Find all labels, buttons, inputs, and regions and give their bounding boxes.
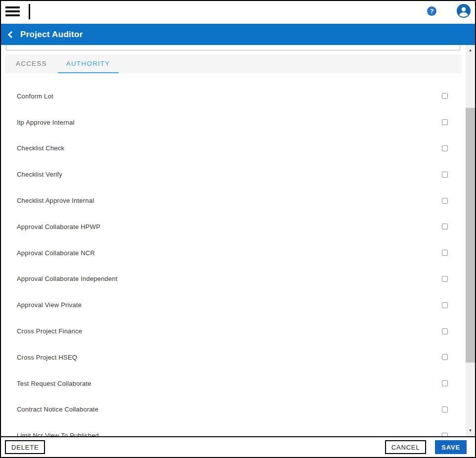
help-icon[interactable]: ? [427, 6, 436, 16]
authority-row: Cross Project HSEQ [1, 344, 462, 370]
authority-checkbox[interactable] [442, 276, 448, 282]
authority-row: Approval View Private [1, 292, 462, 318]
authority-item-label: Approval Collaborate NCR [17, 249, 442, 257]
authority-row: Cross Project Finance [1, 318, 462, 344]
authority-item-label: Checklist Check [17, 144, 442, 152]
authority-item-label: Conform Lot [17, 92, 442, 100]
content-area: ACCESS AUTHORITY Conform Lot Itp Approve… [1, 45, 475, 436]
back-chevron-icon[interactable] [8, 31, 15, 38]
hamburger-bar [5, 14, 20, 16]
hamburger-menu-icon[interactable] [5, 6, 20, 17]
tab-authority[interactable]: AUTHORITY [58, 54, 119, 73]
page-header: Project Auditor [1, 24, 475, 45]
authority-item-label: Itp Approve Internal [17, 119, 442, 126]
authority-item-label: Approval Collaborate HPWP [17, 223, 442, 230]
authority-row: Contract Notice Collaborate [1, 397, 462, 423]
cancel-button[interactable]: CANCEL [385, 440, 427, 454]
authority-item-label: Contract Notice Collaborate [17, 406, 442, 413]
authority-checkbox[interactable] [442, 145, 448, 151]
authority-item-label: Checklist Approve Internal [17, 197, 442, 204]
authority-checkbox[interactable] [442, 407, 448, 412]
authority-checkbox[interactable] [442, 354, 448, 360]
authority-row: Test Request Collaborate [1, 370, 462, 397]
authority-row: Approval Collaborate HPWP [1, 214, 462, 240]
authority-checkbox[interactable] [442, 93, 448, 99]
authority-row: Approval Collaborate Independent [1, 266, 462, 292]
authority-item-label: Cross Project HSEQ [17, 354, 442, 361]
delete-button[interactable]: DELETE [5, 440, 45, 454]
authority-row: Conform Lot [1, 83, 462, 109]
authority-item-label: Approval Collaborate Independent [17, 275, 442, 282]
scrollbar-thumb[interactable] [466, 108, 475, 363]
authority-checkbox[interactable] [442, 380, 448, 386]
authority-row: Checklist Verify [1, 161, 462, 187]
hamburger-bar [5, 6, 20, 8]
tab-access[interactable]: ACCESS [7, 54, 55, 73]
authority-checkbox[interactable] [442, 172, 448, 178]
authority-row: Limit Ncr View To Published [1, 422, 462, 436]
user-account-icon[interactable] [457, 4, 471, 18]
authority-checkbox[interactable] [442, 433, 448, 436]
footer-bar: DELETE CANCEL SAVE [1, 436, 475, 457]
authority-checkbox[interactable] [442, 198, 448, 204]
user-account-glyph [457, 4, 471, 18]
authority-item-label: Checklist Verify [17, 171, 442, 178]
authority-row: Itp Approve Internal [1, 109, 462, 136]
top-bar: ? [1, 1, 475, 24]
app-window: ? Project Auditor ACCESS AUTHORITY Confo… [0, 0, 476, 458]
authority-item-label: Approval View Private [17, 301, 442, 309]
authority-row: Checklist Check [1, 136, 462, 162]
page-title: Project Auditor [20, 30, 83, 40]
authority-row: Approval Collaborate NCR [1, 240, 462, 266]
authority-checkbox[interactable] [442, 302, 448, 308]
save-button[interactable]: SAVE [435, 440, 467, 454]
vertical-scrollbar[interactable]: ▲ ▼ [466, 45, 475, 436]
authority-list: Conform Lot Itp Approve Internal Checkli… [1, 83, 462, 436]
authority-checkbox[interactable] [442, 250, 448, 256]
tab-bar: ACCESS AUTHORITY [5, 54, 462, 73]
authority-checkbox[interactable] [442, 328, 448, 334]
authority-checkbox[interactable] [442, 224, 448, 229]
scroll-up-icon[interactable]: ▲ [466, 46, 475, 53]
scrolled-field-remnant [6, 45, 460, 50]
authority-item-label: Cross Project Finance [17, 327, 442, 335]
hamburger-bar [5, 10, 20, 12]
scroll-down-icon[interactable]: ▼ [466, 427, 475, 434]
authority-row: Checklist Approve Internal [1, 187, 462, 214]
text-cursor-bar [29, 4, 30, 19]
authority-checkbox[interactable] [442, 119, 448, 125]
authority-item-label: Limit Ncr View To Published [17, 432, 442, 436]
authority-item-label: Test Request Collaborate [17, 380, 442, 387]
